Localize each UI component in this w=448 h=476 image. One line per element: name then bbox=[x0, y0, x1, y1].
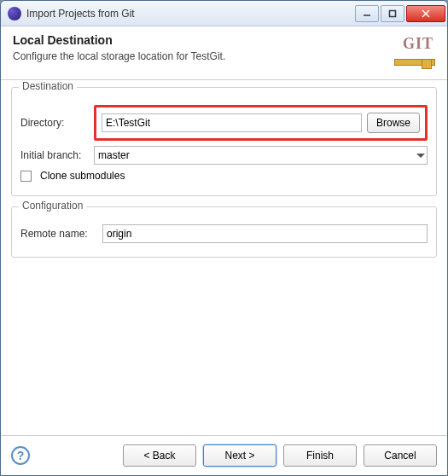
directory-highlight: Browse bbox=[94, 105, 428, 141]
chevron-down-icon bbox=[416, 154, 425, 158]
wizard-header: Local Destination Configure the local st… bbox=[1, 26, 447, 80]
svg-rect-1 bbox=[390, 10, 396, 16]
close-button[interactable] bbox=[406, 5, 445, 22]
destination-group-label: Destination bbox=[19, 80, 77, 92]
dialog-window: Import Projects from Git Local Destinati… bbox=[0, 0, 448, 476]
browse-button[interactable]: Browse bbox=[367, 113, 420, 133]
remote-name-label: Remote name: bbox=[20, 228, 97, 240]
clone-submodules-checkbox[interactable] bbox=[20, 171, 32, 182]
content-area: Destination Directory: Browse Initial br… bbox=[1, 80, 447, 435]
directory-input[interactable] bbox=[102, 113, 362, 132]
remote-name-input[interactable] bbox=[102, 224, 428, 243]
initial-branch-select[interactable]: master bbox=[94, 146, 428, 165]
cancel-button[interactable]: Cancel bbox=[364, 444, 437, 467]
titlebar[interactable]: Import Projects from Git bbox=[1, 1, 447, 26]
back-button[interactable]: < Back bbox=[123, 444, 196, 467]
initial-branch-label: Initial branch: bbox=[20, 149, 89, 161]
initial-branch-value: master bbox=[98, 149, 130, 161]
git-icon: GIT bbox=[394, 33, 435, 71]
finish-button[interactable]: Finish bbox=[283, 444, 357, 467]
maximize-button[interactable] bbox=[381, 5, 404, 22]
window-title: Import Projects from Git bbox=[26, 8, 353, 20]
button-bar: ? < Back Next > Finish Cancel bbox=[1, 435, 447, 475]
clone-submodules-label: Clone submodules bbox=[40, 170, 125, 182]
minimize-button[interactable] bbox=[355, 5, 379, 22]
window-controls bbox=[353, 5, 445, 22]
eclipse-icon bbox=[8, 7, 21, 20]
help-icon[interactable]: ? bbox=[11, 446, 30, 465]
configuration-group-label: Configuration bbox=[19, 200, 86, 212]
destination-group: Destination Directory: Browse Initial br… bbox=[11, 87, 437, 196]
directory-label: Directory: bbox=[20, 117, 89, 129]
configuration-group: Configuration Remote name: bbox=[11, 206, 437, 258]
page-title: Local Destination bbox=[13, 33, 387, 47]
page-subtitle: Configure the local storage location for… bbox=[13, 50, 387, 62]
next-button[interactable]: Next > bbox=[203, 444, 276, 467]
